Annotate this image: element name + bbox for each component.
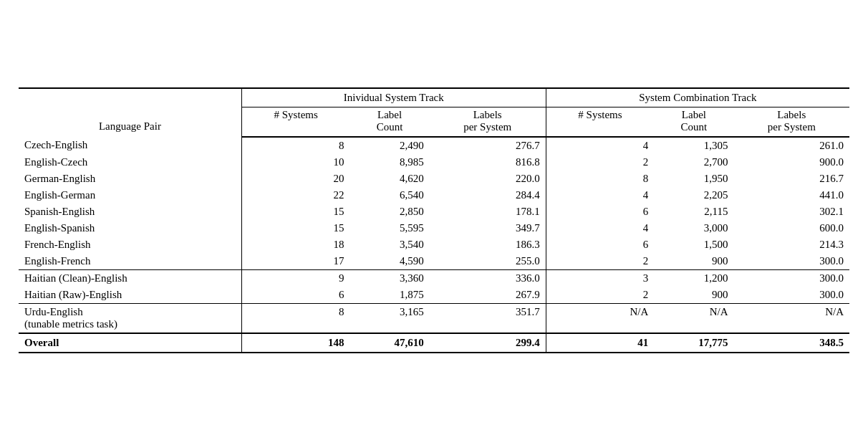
ind-systems: 15 [241, 204, 349, 220]
ind-labels-per-header-2: per System [430, 121, 546, 137]
ind-systems-urdu: 8 [241, 303, 349, 333]
ind-lps-urdu: 351.7 [430, 303, 546, 333]
comb-labels-per: 261.0 [734, 137, 849, 154]
ind-label-count: 5,595 [349, 220, 429, 236]
ind-systems: 17 [241, 253, 349, 270]
comb-labels-per: 900.0 [734, 154, 849, 171]
ind-labels-per: 267.9 [430, 287, 546, 304]
lang-pair: English-Czech [19, 154, 241, 171]
comb-label-count: 900 [654, 287, 733, 304]
comb-systems: 6 [546, 204, 654, 220]
table-row: English-Czech 10 8,985 816.8 2 2,700 900… [19, 154, 849, 171]
data-table: Language Pair Inividual System Track Sys… [19, 87, 849, 353]
comb-label-count: 900 [654, 253, 733, 270]
comb-label-count: 1,500 [654, 236, 733, 253]
lang-pair: Spanish-English [19, 204, 241, 220]
comb-label-count: 2,700 [654, 154, 733, 171]
ind-label-count: 1,875 [349, 287, 429, 304]
ind-label-count-header: Label [349, 107, 429, 121]
ind-systems: 6 [241, 287, 349, 304]
lang-pair: English-Spanish [19, 220, 241, 236]
comb-lc-urdu: N/A [654, 303, 733, 333]
ind-labels-per: 220.0 [430, 171, 546, 187]
table-row: Haitian (Clean)-English 9 3,360 336.0 3 … [19, 269, 849, 287]
comb-labels-per: 441.0 [734, 187, 849, 204]
comb-lps-urdu: N/A [734, 303, 849, 333]
combination-track-header: System Combination Track [546, 88, 849, 107]
table-row: Czech-English 8 2,490 276.7 4 1,305 261.… [19, 137, 849, 154]
ind-label-count-header-2: Count [349, 121, 429, 137]
comb-labels-per: 300.0 [734, 269, 849, 287]
comb-systems: 3 [546, 269, 654, 287]
comb-labels-per-header-2: per System [734, 121, 849, 137]
overall-label: Overall [19, 333, 241, 353]
ind-systems: 10 [241, 154, 349, 171]
overall-ind-sys: 148 [241, 333, 349, 353]
comb-label-count: 1,200 [654, 269, 733, 287]
comb-label-count: 2,205 [654, 187, 733, 204]
ind-labels-per: 284.4 [430, 187, 546, 204]
comb-label-count-header-2: Count [654, 121, 733, 137]
comb-systems: 2 [546, 154, 654, 171]
ind-label-count: 8,985 [349, 154, 429, 171]
comb-label-count: 1,950 [654, 171, 733, 187]
comb-systems-header-2 [546, 121, 654, 137]
comb-labels-per-header: Labels [734, 107, 849, 121]
overall-row: Overall 148 47,610 299.4 41 17,775 348.5 [19, 333, 849, 353]
table-row: English-Spanish 15 5,595 349.7 4 3,000 6… [19, 220, 849, 236]
ind-labels-per: 336.0 [430, 269, 546, 287]
table-row: German-English 20 4,620 220.0 8 1,950 21… [19, 171, 849, 187]
ind-labels-per: 255.0 [430, 253, 546, 270]
comb-labels-per: 600.0 [734, 220, 849, 236]
overall-ind-lc: 47,610 [349, 333, 429, 353]
ind-label-count: 3,540 [349, 236, 429, 253]
table-row: French-English 18 3,540 186.3 6 1,500 21… [19, 236, 849, 253]
ind-label-count: 4,620 [349, 171, 429, 187]
ind-systems: 8 [241, 137, 349, 154]
lang-pair: Haitian (Clean)-English [19, 269, 241, 287]
comb-systems: 8 [546, 171, 654, 187]
overall-comb-lps: 348.5 [734, 333, 849, 353]
table-row: English-German 22 6,540 284.4 4 2,205 44… [19, 187, 849, 204]
ind-systems: 9 [241, 269, 349, 287]
comb-label-count-header: Label [654, 107, 733, 121]
ind-label-count: 2,850 [349, 204, 429, 220]
ind-label-count: 2,490 [349, 137, 429, 154]
table-row: English-French 17 4,590 255.0 2 900 300.… [19, 253, 849, 270]
ind-label-count: 6,540 [349, 187, 429, 204]
comb-labels-per: 300.0 [734, 253, 849, 270]
comb-labels-per: 216.7 [734, 171, 849, 187]
table-row: Spanish-English 15 2,850 178.1 6 2,115 3… [19, 204, 849, 220]
lang-pair: English-German [19, 187, 241, 204]
ind-label-count: 4,590 [349, 253, 429, 270]
lang-pair-header: Language Pair [19, 88, 241, 137]
lang-pair: Czech-English [19, 137, 241, 154]
comb-systems: 4 [546, 220, 654, 236]
comb-label-count: 1,305 [654, 137, 733, 154]
ind-labels-per-header: Labels [430, 107, 546, 121]
ind-lc-urdu: 3,165 [349, 303, 429, 333]
table-row: Haitian (Raw)-English 6 1,875 267.9 2 90… [19, 287, 849, 304]
ind-labels-per: 178.1 [430, 204, 546, 220]
ind-label-count: 3,360 [349, 269, 429, 287]
comb-systems-header: # Systems [546, 107, 654, 121]
lang-pair: French-English [19, 236, 241, 253]
ind-labels-per: 816.8 [430, 154, 546, 171]
overall-ind-lps: 299.4 [430, 333, 546, 353]
ind-labels-per: 349.7 [430, 220, 546, 236]
lang-pair: German-English [19, 171, 241, 187]
ind-systems-header: # Systems [241, 107, 349, 121]
lang-pair-urdu: Urdu-English(tunable metrics task) [19, 303, 241, 333]
comb-labels-per: 302.1 [734, 204, 849, 220]
ind-labels-per: 186.3 [430, 236, 546, 253]
comb-systems: 4 [546, 137, 654, 154]
overall-comb-sys: 41 [546, 333, 654, 353]
ind-systems-header-2 [241, 121, 349, 137]
lang-pair: Haitian (Raw)-English [19, 287, 241, 304]
comb-systems: 6 [546, 236, 654, 253]
ind-systems: 15 [241, 220, 349, 236]
comb-labels-per: 214.3 [734, 236, 849, 253]
comb-systems: 2 [546, 253, 654, 270]
comb-sys-urdu: N/A [546, 303, 654, 333]
comb-systems: 4 [546, 187, 654, 204]
